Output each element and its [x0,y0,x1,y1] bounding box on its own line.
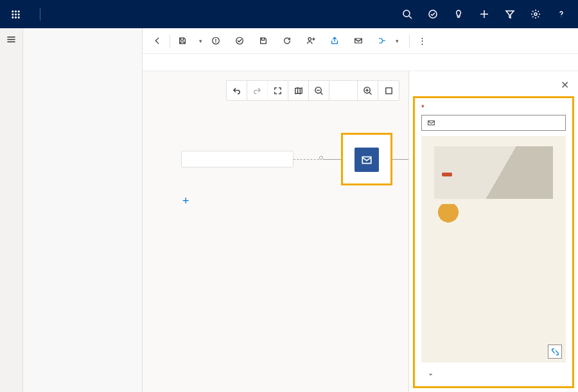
save-button[interactable] [173,33,195,49]
svg-point-7 [15,17,16,18]
help-icon[interactable] [550,0,573,28]
overflow-button[interactable]: ⋮ [412,33,432,49]
fullscreen-icon[interactable] [378,81,399,100]
command-bar: ▾ ▾ ⋮ [143,28,578,54]
filter-icon[interactable] [498,0,521,28]
segment-start-card[interactable] [181,151,293,167]
check-errors-button[interactable] [206,33,229,49]
svg-point-1 [15,10,16,12]
email-tile-selected[interactable] [341,133,392,185]
global-nav [0,0,578,28]
svg-point-0 [12,10,13,12]
app-launcher-icon[interactable] [5,10,26,19]
add-swimlane-button[interactable]: + [182,194,195,208]
canvas-toolbar [226,80,399,101]
go-live-button[interactable] [230,33,252,49]
flow-button[interactable]: ▾ [372,33,407,49]
chair-thumb [437,204,460,225]
undo-icon[interactable] [227,81,247,100]
svg-point-13 [236,37,243,44]
share-button[interactable] [325,33,347,49]
back-button[interactable] [148,33,167,49]
mail-icon [427,119,435,127]
email-details-toggle[interactable]: ⌄ [428,369,559,377]
gear-icon[interactable] [524,0,547,28]
search-icon[interactable] [396,0,419,28]
svg-rect-20 [428,121,435,125]
svg-point-2 [18,10,19,12]
close-icon[interactable]: ✕ [561,79,569,91]
sidebar [23,28,143,392]
email-field-label: * [421,103,566,112]
record-header [143,54,578,71]
email-link-button[interactable] [349,33,371,49]
zoom-in-icon[interactable] [358,81,378,100]
chevron-down-icon: ⌄ [428,369,434,377]
mail-icon [355,148,379,172]
svg-point-5 [18,13,19,15]
designer-canvas[interactable]: + [143,71,408,392]
fit-icon[interactable] [268,81,288,100]
svg-rect-15 [355,38,362,43]
map-icon[interactable] [288,81,309,100]
task-icon[interactable] [421,0,444,28]
email-preview [421,136,566,362]
svg-point-8 [18,17,19,18]
plus-icon: + [182,194,189,208]
bulb-icon[interactable] [447,0,470,28]
save-chevron[interactable]: ▾ [197,38,205,44]
svg-point-14 [308,38,311,40]
zoom-out-icon[interactable] [309,81,329,100]
svg-point-11 [534,13,537,15]
svg-point-9 [403,10,410,17]
refresh-button[interactable] [277,33,300,49]
svg-rect-18 [385,87,391,93]
redo-icon[interactable] [247,81,268,100]
hamburger-icon[interactable] [6,35,16,46]
svg-point-3 [12,13,13,15]
assign-button[interactable] [301,33,324,49]
save-template-button[interactable] [254,33,276,49]
properties-panel: ✕ * [408,71,578,392]
svg-point-4 [15,13,16,15]
nav-rail [0,28,23,392]
email-lookup[interactable] [421,115,566,131]
add-icon[interactable] [473,0,496,28]
expand-preview-icon[interactable] [548,345,562,359]
zoom-level [329,81,358,100]
svg-point-6 [12,17,13,18]
